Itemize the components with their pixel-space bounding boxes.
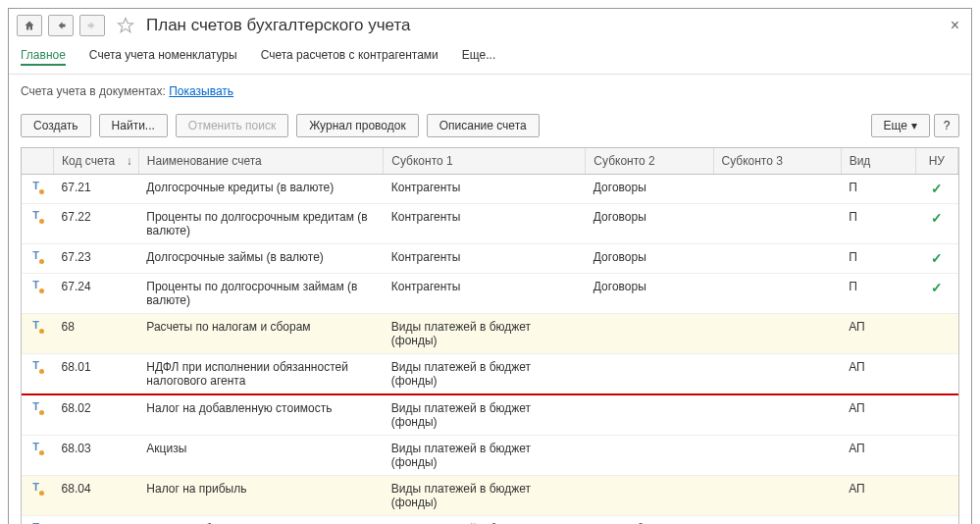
more-button[interactable]: Еще▾ (871, 114, 930, 137)
cell-name: Долгосрочные займы (в валюте) (138, 244, 383, 274)
col-code[interactable]: Код счета↓ (54, 148, 139, 175)
table-header-row: Код счета↓ Наименование счета Субконто 1… (22, 148, 958, 175)
cell-code: 68.04 (54, 476, 139, 516)
create-button[interactable]: Создать (21, 114, 91, 137)
cell-sub2 (586, 354, 713, 395)
cell-vid: П (841, 244, 915, 274)
chevron-down-icon: ▾ (911, 119, 917, 132)
table-row[interactable]: 67.23Долгосрочные займы (в валюте)Контра… (22, 244, 958, 274)
cell-sub2: Договоры (586, 244, 713, 274)
back-button[interactable] (48, 15, 74, 36)
col-sub1[interactable]: Субконто 1 (384, 148, 586, 175)
cell-sub3 (713, 244, 841, 274)
cell-sub3 (713, 436, 841, 476)
tab-2[interactable]: Счета расчетов с контрагентами (261, 46, 438, 66)
cell-name: НДФЛ при исполнении обязанностей налогов… (138, 354, 383, 395)
help-button[interactable]: ? (934, 114, 959, 137)
cell-nu: ✓ (915, 175, 957, 204)
cell-code: 67.24 (54, 274, 139, 314)
account-icon (30, 280, 44, 293)
cell-code: 68.04.1 (54, 516, 139, 525)
cell-name: Налог на прибыль (138, 476, 383, 516)
col-name[interactable]: Наименование счета (138, 148, 383, 175)
cell-vid: АП (841, 394, 915, 436)
cell-vid: П (841, 204, 915, 244)
cell-vid: П (841, 175, 915, 204)
cell-vid: П (841, 274, 915, 314)
cell-sub1: Виды платежей в бюджет (фонды) (384, 354, 586, 395)
col-icon[interactable] (22, 148, 54, 175)
account-icon (30, 482, 44, 496)
cell-sub1: Контрагенты (384, 204, 586, 244)
journal-button[interactable]: Журнал проводок (296, 114, 419, 137)
cell-code: 68.03 (54, 436, 139, 476)
account-icon (30, 210, 44, 224)
close-button[interactable]: × (947, 17, 963, 34)
cell-sub1: Контрагенты (384, 175, 586, 204)
cell-code: 67.23 (54, 244, 139, 274)
table-row[interactable]: 68.04.1Расчеты с бюджетомВиды платежей в… (22, 516, 958, 525)
cell-sub2 (586, 394, 713, 436)
tab-3[interactable]: Еще... (462, 46, 495, 66)
cell-sub2 (586, 476, 713, 516)
cell-nu (915, 516, 957, 525)
cell-name: Акцизы (138, 436, 383, 476)
col-vid[interactable]: Вид (841, 148, 915, 175)
subheader-text: Счета учета в документах: (21, 84, 166, 98)
cell-code: 67.21 (54, 175, 139, 204)
table-row[interactable]: 68.04Налог на прибыльВиды платежей в бюд… (22, 476, 958, 516)
cell-sub2 (586, 436, 713, 476)
table-row[interactable]: 68.02Налог на добавленную стоимостьВиды … (22, 394, 958, 436)
cell-sub2: Уровни бюджетов (586, 516, 713, 525)
cell-code: 68.01 (54, 354, 139, 395)
cell-nu (915, 354, 957, 395)
cell-nu (915, 314, 957, 354)
sort-arrow-icon: ↓ (127, 154, 132, 168)
account-icon (30, 181, 44, 194)
table-row[interactable]: 67.22Проценты по долгосрочным кредитам (… (22, 204, 958, 244)
cell-sub2: Договоры (586, 175, 713, 204)
cell-vid: АП (841, 516, 915, 525)
titlebar: План счетов бухгалтерского учета × (9, 9, 971, 42)
cell-name: Расчеты по налогам и сборам (138, 314, 383, 354)
cell-vid: АП (841, 314, 915, 354)
toolbar: Создать Найти... Отменить поиск Журнал п… (9, 108, 971, 143)
cell-sub2: Договоры (586, 274, 713, 314)
cell-vid: АП (841, 354, 915, 395)
favorite-icon[interactable] (117, 17, 134, 34)
find-button[interactable]: Найти... (99, 114, 168, 137)
cell-sub3 (713, 274, 841, 314)
account-icon (30, 320, 44, 334)
table-row[interactable]: 68Расчеты по налогам и сборамВиды платеж… (22, 314, 958, 354)
forward-button[interactable] (79, 15, 105, 36)
table-row[interactable]: 68.03АкцизыВиды платежей в бюджет (фонды… (22, 436, 958, 476)
table-row[interactable]: 67.21Долгосрочные кредиты (в валюте)Конт… (22, 175, 958, 204)
cell-sub2 (586, 314, 713, 354)
cell-sub1: Виды платежей в бюджет (фонды) (384, 476, 586, 516)
cell-sub1: Виды платежей в бюджет (фонды) (384, 516, 586, 525)
account-icon (30, 442, 44, 455)
table-container: Код счета↓ Наименование счета Субконто 1… (21, 147, 959, 524)
col-sub2[interactable]: Субконто 2 (586, 148, 713, 175)
cell-name: Расчеты с бюджетом (138, 516, 383, 525)
table-row[interactable]: 68.01НДФЛ при исполнении обязанностей на… (22, 354, 958, 395)
cell-code: 68.02 (54, 394, 139, 436)
tab-0[interactable]: Главное (21, 46, 66, 66)
cell-sub1: Виды платежей в бюджет (фонды) (384, 436, 586, 476)
description-button[interactable]: Описание счета (427, 114, 540, 137)
cell-sub1: Виды платежей в бюджет (фонды) (384, 394, 586, 436)
cell-name: Налог на добавленную стоимость (138, 394, 383, 436)
cell-sub3 (713, 314, 841, 354)
col-sub3[interactable]: Субконто 3 (713, 148, 841, 175)
cell-nu: ✓ (915, 204, 957, 244)
cell-nu (915, 436, 957, 476)
cell-name: Долгосрочные кредиты (в валюте) (138, 175, 383, 204)
cell-sub1: Виды платежей в бюджет (фонды) (384, 314, 586, 354)
tabs: ГлавноеСчета учета номенклатурыСчета рас… (9, 42, 971, 75)
home-button[interactable] (17, 15, 42, 36)
show-link[interactable]: Показывать (169, 84, 233, 98)
table-row[interactable]: 67.24Проценты по долгосрочным займам (в … (22, 274, 958, 314)
tab-1[interactable]: Счета учета номенклатуры (89, 46, 237, 66)
cell-sub3 (713, 354, 841, 395)
col-nu[interactable]: НУ (915, 148, 957, 175)
